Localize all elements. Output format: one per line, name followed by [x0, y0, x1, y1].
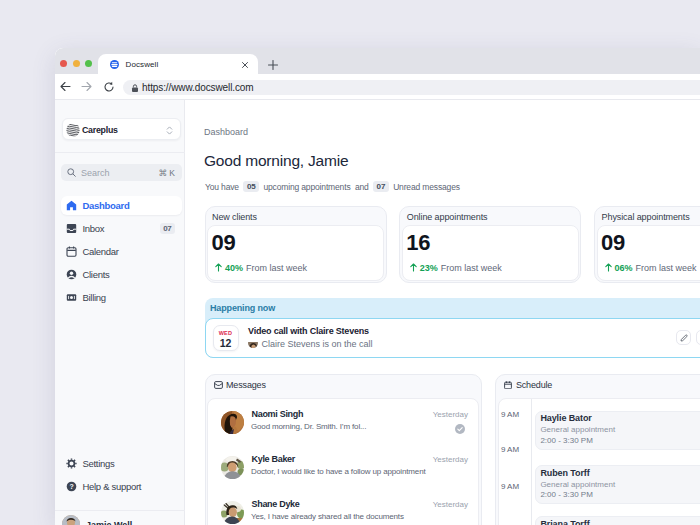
svg-text:?: ?	[70, 483, 74, 490]
